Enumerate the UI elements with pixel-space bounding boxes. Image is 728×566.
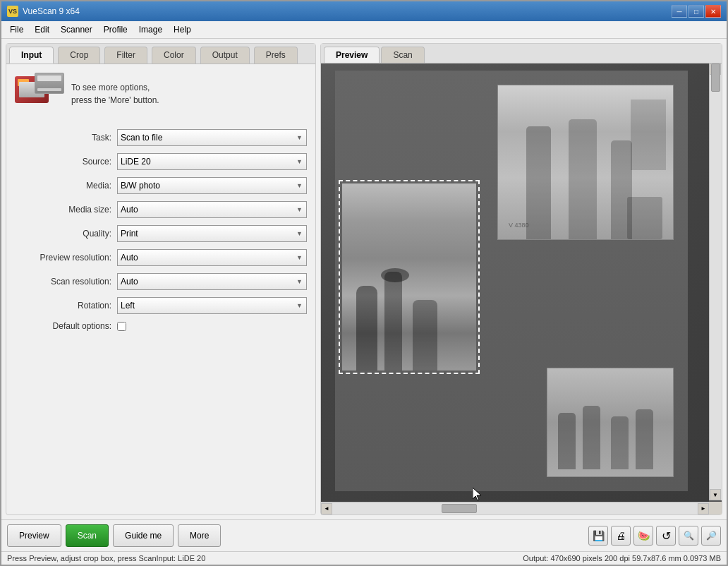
main-area: Input Crop Filter Color Output Prefs [1,39,727,519]
default-options-label: Default options: [15,321,117,331]
photo3 [547,368,674,477]
right-panel: Preview Scan [320,43,722,515]
print-icon: 🖨 [616,530,626,541]
zoom-out-button[interactable]: 🔍 [679,526,698,546]
media-select[interactable]: B/W photo [117,177,307,194]
scan-res-row: Scan resolution: Auto [15,273,307,290]
color-icon-button[interactable]: 🍉 [633,526,653,546]
task-select[interactable]: Scan to file [117,129,307,146]
menu-bar: File Edit Scanner Profile Image Help [1,21,727,39]
source-row: Source: LiDE 20 [15,153,307,170]
tab-input[interactable]: Input [9,47,54,64]
task-label: Task: [15,133,117,143]
save-icon-button[interactable]: 💾 [588,526,608,546]
close-button[interactable]: ✕ [705,5,721,18]
preview-res-select-wrapper: Auto [117,249,307,266]
preview-res-select[interactable]: Auto [117,249,307,266]
vertical-scrollbar[interactable]: ▲ ▼ [709,64,722,500]
menu-file[interactable]: File [4,23,29,37]
task-row: Task: Scan to file [15,129,307,146]
rotation-row: Rotation: Left [15,297,307,314]
media-label: Media: [15,181,117,191]
preview-res-row: Preview resolution: Auto [15,249,307,266]
mediasize-select[interactable]: Auto [117,201,307,218]
rotate-icon-button[interactable]: ↺ [656,526,676,546]
print-icon-button[interactable]: 🖨 [611,526,631,546]
tab-prefs[interactable]: Prefs [254,47,298,64]
scan-page: V 4380 [335,71,688,491]
zoom-out-icon: 🔍 [684,531,694,541]
tab-output[interactable]: Output [200,47,250,64]
scan-res-select[interactable]: Auto [117,273,307,290]
preview-area[interactable]: V 4380 [321,64,722,514]
tab-content-input: To see more options,press the 'More' but… [6,64,315,514]
color-adjust-icon: 🍉 [638,530,650,541]
quality-select-wrapper: Print [117,225,307,242]
tab-color[interactable]: Color [152,47,196,64]
app-icon: VS [7,6,18,17]
rotation-label: Rotation: [15,301,117,311]
scan-button[interactable]: Scan [66,524,109,547]
mediasize-select-wrapper: Auto [117,201,307,218]
media-row: Media: B/W photo [15,177,307,194]
menu-scanner[interactable]: Scanner [55,23,98,37]
source-select-wrapper: LiDE 20 [117,153,307,170]
default-options-row: Default options: [15,321,307,331]
more-button[interactable]: More [178,524,221,547]
tab-preview[interactable]: Preview [324,47,380,63]
preview-button[interactable]: Preview [7,524,61,547]
left-tabs: Input Crop Filter Color Output Prefs [6,44,315,64]
status-input: Input: LiDE 20 [157,554,206,562]
scan-res-label: Scan resolution: [15,277,117,287]
crop-border[interactable] [339,180,480,374]
status-left: Press Preview, adjust crop box, press Sc… [7,554,157,562]
status-right: Output: 470x690 pixels 200 dpi 59.7x87.6… [523,554,721,562]
bottom-bar: Preview Scan Guide me More 💾 🖨 🍉 ↺ 🔍 [1,519,727,551]
hint-icon [15,73,64,115]
left-panel: Input Crop Filter Color Output Prefs [6,43,316,515]
preview-tabs: Preview Scan [321,44,722,64]
default-options-checkbox[interactable] [117,322,126,331]
save-icon: 💾 [593,530,605,541]
scrollbar-thumb-horizontal[interactable] [442,504,477,513]
scrollbar-corner [709,502,722,514]
status-bar: Press Preview, adjust crop box, press Sc… [1,551,727,565]
zoom-in-icon: 🔎 [706,531,717,541]
media-select-wrapper: B/W photo [117,177,307,194]
task-select-wrapper: Scan to file [117,129,307,146]
zoom-in-button[interactable]: 🔎 [701,526,721,546]
tab-scan[interactable]: Scan [381,47,424,63]
rotation-select[interactable]: Left [117,297,307,314]
quality-select[interactable]: Print [117,225,307,242]
toolbar-icons: 💾 🖨 🍉 ↺ 🔍 🔎 [588,526,721,546]
scan-res-select-wrapper: Auto [117,273,307,290]
tab-crop[interactable]: Crop [58,47,100,64]
guide-button[interactable]: Guide me [113,524,174,547]
hint-box: To see more options,press the 'More' but… [15,73,307,115]
mediasize-label: Media size: [15,205,117,215]
horizontal-scrollbar[interactable]: ◄ ► [321,502,709,514]
scan-bed: V 4380 [321,64,709,502]
main-window: VS VueScan 9 x64 ─ □ ✕ File Edit Scanner… [0,0,728,566]
window-controls: ─ □ ✕ [672,5,721,18]
tab-filter[interactable]: Filter [104,47,147,64]
minimize-button[interactable]: ─ [672,5,687,18]
menu-help[interactable]: Help [168,23,197,37]
mediasize-row: Media size: Auto [15,201,307,218]
source-label: Source: [15,157,117,167]
menu-image[interactable]: Image [133,23,168,37]
rotation-select-wrapper: Left [117,297,307,314]
scrollbar-thumb-vertical[interactable] [711,64,720,92]
photo2: V 4380 [497,85,674,240]
quality-row: Quality: Print [15,225,307,242]
menu-edit[interactable]: Edit [29,23,55,37]
source-select[interactable]: LiDE 20 [117,153,307,170]
rotate-icon: ↺ [662,529,671,543]
menu-profile[interactable]: Profile [98,23,133,37]
window-title: VueScan 9 x64 [23,6,672,16]
hint-text: To see more options,press the 'More' but… [71,81,159,107]
maximize-button[interactable]: □ [688,5,704,18]
quality-label: Quality: [15,229,117,239]
title-bar: VS VueScan 9 x64 ─ □ ✕ [1,1,727,21]
preview-res-label: Preview resolution: [15,253,117,263]
